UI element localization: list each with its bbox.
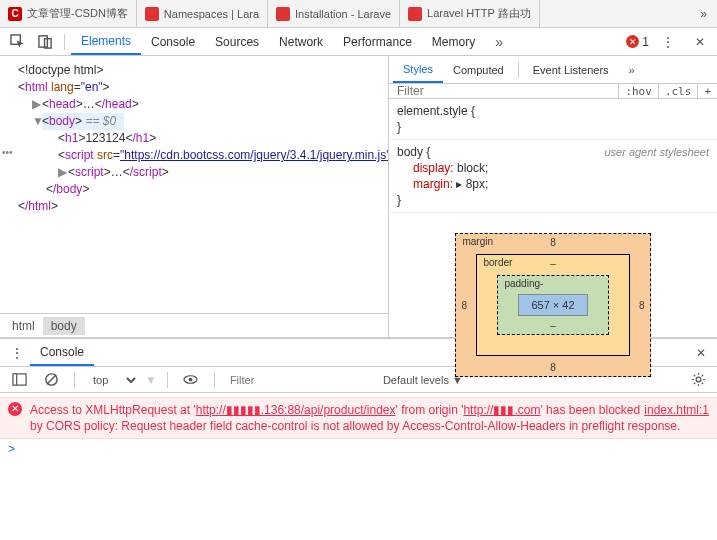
crumb-body[interactable]: body xyxy=(43,317,85,335)
cls-button[interactable]: .cls xyxy=(658,84,698,98)
main-split: ••• <!doctype html> <html lang="en"> ▶<h… xyxy=(0,56,717,338)
error-icon: ✕ xyxy=(626,35,639,48)
crumb-html[interactable]: html xyxy=(4,317,43,335)
csdn-icon: C xyxy=(8,7,22,21)
drawer-menu-icon[interactable]: ⋮ xyxy=(4,342,30,364)
tab-label: Installation - Larave xyxy=(295,8,391,20)
css-rule-element-style[interactable]: element.style { } xyxy=(389,99,717,140)
console-prompt[interactable]: > xyxy=(0,439,717,459)
styles-tabs: Styles Computed Event Listeners » xyxy=(389,56,717,84)
svg-point-9 xyxy=(696,377,701,382)
context-selector[interactable]: top xyxy=(85,372,139,388)
tab-sources[interactable]: Sources xyxy=(205,28,269,55)
elements-pane: ••• <!doctype html> <html lang="en"> ▶<h… xyxy=(0,56,389,337)
sidebar-toggle-icon[interactable] xyxy=(6,369,32,391)
svg-rect-3 xyxy=(12,374,25,385)
breadcrumb: html body xyxy=(0,313,388,337)
device-toolbar-icon[interactable] xyxy=(32,31,58,53)
tab-computed[interactable]: Computed xyxy=(443,56,514,83)
svg-point-8 xyxy=(189,378,193,382)
devtools-toolbar: Elements Console Sources Network Perform… xyxy=(0,28,717,56)
live-expression-icon[interactable] xyxy=(178,369,204,391)
border-label: border xyxy=(483,257,512,268)
error-source-link[interactable]: index.html:1 xyxy=(644,402,709,418)
hov-button[interactable]: :hov xyxy=(618,84,658,98)
tabs-more-icon[interactable]: » xyxy=(485,28,514,55)
drawer-tab-console[interactable]: Console xyxy=(30,339,94,366)
padding-label: padding- xyxy=(504,278,543,289)
divider xyxy=(214,372,215,388)
plus-button[interactable]: + xyxy=(697,84,717,98)
browser-tab[interactable]: Installation - Larave xyxy=(268,0,400,28)
error-count: 1 xyxy=(642,35,649,49)
kebab-menu-icon[interactable]: ⋮ xyxy=(655,31,681,53)
tab-elements[interactable]: Elements xyxy=(71,28,141,55)
styles-pane: Styles Computed Event Listeners » :hov .… xyxy=(389,56,717,337)
content-size: 657 × 42 xyxy=(518,294,587,316)
inspect-element-icon[interactable] xyxy=(4,31,30,53)
tab-label: Laravel HTTP 路由功 xyxy=(427,6,531,21)
ua-stylesheet-label: user agent stylesheet xyxy=(604,144,709,160)
doctype: <!doctype html> xyxy=(18,63,103,77)
svg-rect-1 xyxy=(38,36,46,47)
error-icon: ✕ xyxy=(8,402,22,416)
css-rule-body[interactable]: user agent stylesheet body { display: bl… xyxy=(389,140,717,213)
svg-line-6 xyxy=(46,375,55,384)
browser-tab[interactable]: Laravel HTTP 路由功 xyxy=(400,0,540,28)
laravel-icon xyxy=(276,7,290,21)
tabs-overflow-chevron[interactable]: » xyxy=(690,7,717,21)
browser-tabs-bar: C 文章管理-CSDN博客 Namespaces | Lara Installa… xyxy=(0,0,717,28)
tab-label: Namespaces | Lara xyxy=(164,8,259,20)
close-drawer-icon[interactable]: ✕ xyxy=(689,341,713,365)
styles-filter-input[interactable] xyxy=(389,84,618,98)
divider xyxy=(518,62,519,78)
tab-network[interactable]: Network xyxy=(269,28,333,55)
divider xyxy=(64,34,65,50)
laravel-icon xyxy=(408,7,422,21)
console-filter-input[interactable] xyxy=(225,371,373,389)
devtools: Elements Console Sources Network Perform… xyxy=(0,28,717,540)
tab-performance[interactable]: Performance xyxy=(333,28,422,55)
console-error-message[interactable]: ✕ index.html:1 Access to XMLHttpRequest … xyxy=(0,397,717,439)
settings-icon[interactable] xyxy=(685,369,711,391)
tab-event-listeners[interactable]: Event Listeners xyxy=(523,56,619,83)
tab-console[interactable]: Console xyxy=(141,28,205,55)
tab-styles[interactable]: Styles xyxy=(393,56,443,83)
console-output: ✕ index.html:1 Access to XMLHttpRequest … xyxy=(0,393,717,540)
divider xyxy=(167,372,168,388)
browser-tab[interactable]: C 文章管理-CSDN博客 xyxy=(0,0,137,28)
error-badge[interactable]: ✕ 1 xyxy=(626,35,649,49)
browser-tab[interactable]: Namespaces | Lara xyxy=(137,0,268,28)
devtools-tab-strip: Elements Console Sources Network Perform… xyxy=(71,28,514,55)
margin-label: margin xyxy=(462,236,493,247)
gutter-dots: ••• xyxy=(2,147,13,158)
tab-label: 文章管理-CSDN博客 xyxy=(27,6,128,21)
close-icon[interactable]: ✕ xyxy=(687,31,713,53)
divider xyxy=(74,372,75,388)
dom-tree[interactable]: <!doctype html> <html lang="en"> ▶<head>… xyxy=(0,56,388,313)
styles-more-icon[interactable]: » xyxy=(619,56,646,83)
styles-filter-row: :hov .cls + xyxy=(389,84,717,99)
laravel-icon xyxy=(145,7,159,21)
tab-memory[interactable]: Memory xyxy=(422,28,485,55)
clear-console-icon[interactable] xyxy=(38,369,64,391)
